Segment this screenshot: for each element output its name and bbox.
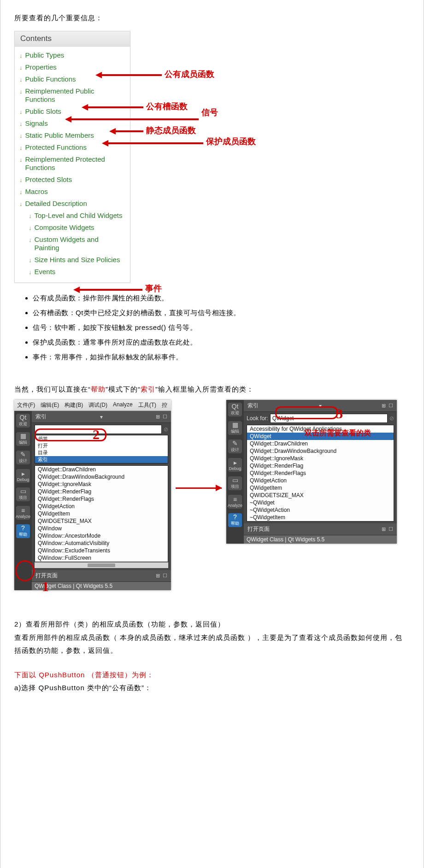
panel-title: 索引 — [247, 402, 259, 410]
down-arrow-icon: ↓ — [19, 176, 23, 184]
mode-sidebar[interactable]: Qt欢迎▦编辑✎设计▸Debug▭项目≡Analyze?帮助 — [226, 400, 244, 544]
contents-item[interactable]: ↓Public Types — [18, 49, 126, 61]
mp-a: 当然，我们可以直接在“ — [14, 385, 91, 393]
sidebar-mode-button[interactable]: ▦编辑 — [228, 421, 242, 435]
list-item[interactable]: ~QWidgetItem — [247, 514, 394, 521]
index-list[interactable]: Accessibility for QWidget Applications Q… — [247, 425, 394, 522]
list-item[interactable]: QWidgetAction — [35, 503, 168, 510]
list-item[interactable]: QWidget::IgnoreMask — [247, 455, 394, 462]
contents-item[interactable]: ↓Reimplemented Protected Functions — [18, 153, 126, 174]
red-ellipse-lookfor — [275, 406, 338, 419]
list-item[interactable]: QWIDGETSIZE_MAX — [247, 492, 394, 499]
close-panel-icon[interactable]: ☐ — [389, 403, 393, 409]
list-item[interactable]: QWidgetItem — [247, 484, 394, 492]
contents-item-label: Properties — [25, 63, 57, 71]
arrow-head-icon — [102, 140, 108, 147]
list-item[interactable]: QWindow::FullScreen — [35, 554, 168, 562]
list-item[interactable]: ~QWidget — [247, 499, 394, 506]
list-item[interactable]: QWidget::RenderFlag — [247, 462, 394, 469]
annotation-events: 事件 — [145, 283, 162, 294]
intro-text: 所要查看的几个重要信息： — [14, 14, 410, 23]
menu-item[interactable]: 文件(F) — [17, 401, 35, 409]
qt-screenshots-row: 文件(F)编辑(E)构建(B)调试(D)Analyze工具(T)控 Qt欢迎▦编… — [14, 400, 410, 590]
mode-icon: ▭ — [20, 488, 26, 494]
close-panel-icon[interactable]: ☐ — [163, 573, 167, 579]
down-arrow-icon: ↓ — [29, 212, 32, 220]
clear-icon[interactable]: ⊘ — [389, 415, 394, 422]
menu-item[interactable]: 构建(B) — [65, 401, 83, 409]
sidebar-mode-button[interactable]: ▦编辑 — [16, 432, 30, 446]
list-item[interactable]: QWidget::DrawChildren — [35, 466, 168, 473]
contents-item-label: Protected Slots — [25, 176, 72, 184]
split-icon[interactable]: ⊞ — [382, 526, 386, 532]
sidebar-mode-button[interactable]: ?帮助 — [16, 524, 30, 538]
dropdown-option[interactable]: 打开 — [35, 442, 168, 449]
contents-item[interactable]: ↓Composite Widgets — [18, 222, 126, 234]
split-icon[interactable]: ⊞ — [156, 414, 160, 420]
contents-item-label: Custom Widgets and Painting — [35, 235, 126, 252]
menu-item[interactable]: Analyze — [113, 401, 133, 409]
open-page-item[interactable]: QWidget Class | Qt Widgets 5.5 — [32, 582, 171, 590]
open-pages-header[interactable]: 打开页面 ⊞☐ — [32, 570, 171, 582]
list-item[interactable]: QWindow — [35, 525, 168, 532]
sidebar-mode-button[interactable]: ▸Debug — [228, 458, 242, 472]
menu-item[interactable]: 调试(D) — [88, 401, 107, 409]
sidebar-mode-button[interactable]: ▭项目 — [16, 487, 30, 501]
dropdown-option-selected[interactable]: 索引 — [35, 456, 168, 463]
dropdown-option[interactable]: 目录 — [35, 449, 168, 456]
index-list[interactable]: QWidget::DrawChildrenQWidget::DrawWindow… — [35, 465, 168, 562]
list-item[interactable]: QWidgetAction — [247, 477, 394, 484]
contents-item[interactable]: ↓Detailed Description — [18, 198, 126, 210]
contents-item[interactable]: ↓Top-Level and Child Widgets — [18, 210, 126, 222]
sidebar-mode-button[interactable]: ✎设计 — [16, 451, 30, 464]
list-item[interactable]: QWidget::DrawWindowBackground — [247, 447, 394, 455]
list-item[interactable]: QWidget::RenderFlags — [247, 469, 394, 477]
contents-with-annotations: Contents ↓Public Types↓Properties↓Public… — [14, 31, 410, 283]
sidebar-mode-button[interactable]: ≡Analyze — [228, 495, 242, 509]
close-panel-icon[interactable]: ☐ — [389, 526, 393, 532]
menu-item[interactable]: 编辑(E) — [41, 401, 59, 409]
list-item[interactable]: QWindow::AncestorMode — [35, 532, 168, 540]
sidebar-mode-button[interactable]: ≡Analyze — [16, 506, 30, 520]
list-item[interactable]: ~QWidgetAction — [247, 506, 394, 514]
contents-item[interactable]: ↓Size Hints and Size Policies — [18, 254, 126, 266]
clear-icon[interactable]: ⊘ — [164, 426, 168, 433]
index-panel-header[interactable]: 索引 ▾ ⊞☐ — [32, 411, 171, 423]
sidebar-mode-button[interactable]: ▸Debug — [16, 469, 30, 483]
split-icon[interactable]: ⊞ — [156, 573, 160, 579]
list-item[interactable]: QWidget::IgnoreMask — [35, 481, 168, 488]
list-item[interactable]: QWidget::DrawChildren — [247, 440, 394, 447]
sidebar-mode-button[interactable]: Qt欢迎 — [228, 403, 242, 416]
open-pages-header[interactable]: 打开页面 ⊞☐ — [244, 523, 397, 535]
menu-item[interactable]: 控 — [162, 401, 167, 409]
list-item[interactable]: QWidget::RenderFlag — [35, 488, 168, 495]
contents-item[interactable]: ↓Reimplemented Public Functions — [18, 85, 126, 106]
contents-item[interactable]: ↓Protected Slots — [18, 174, 126, 186]
sidebar-mode-button[interactable]: Qt欢迎 — [16, 414, 30, 428]
contents-item[interactable]: ↓Events — [18, 266, 126, 278]
horizontal-scrollbar[interactable] — [35, 562, 168, 568]
contents-item[interactable]: ↓Macros — [18, 186, 126, 198]
sidebar-mode-button[interactable]: ?帮助 — [228, 513, 242, 527]
contents-item-label: Signals — [25, 119, 48, 128]
sidebar-mode-button[interactable]: ✎设计 — [228, 440, 242, 453]
list-item[interactable]: QWindow::ExcludeTransients — [35, 547, 168, 554]
down-arrow-icon: ↓ — [29, 224, 32, 232]
split-icon[interactable]: ⊞ — [382, 403, 386, 409]
list-item[interactable]: QWindow::AutomaticVisibility — [35, 540, 168, 547]
mode-label: 欢迎 — [19, 421, 27, 427]
open-page-item[interactable]: QWidget Class | Qt Widgets 5.5 — [244, 535, 397, 544]
menubar[interactable]: 文件(F)编辑(E)构建(B)调试(D)Analyze工具(T)控 — [14, 400, 171, 411]
contents-item[interactable]: ↓Properties — [18, 61, 126, 73]
list-item[interactable]: QWidgetItem — [35, 510, 168, 517]
list-item[interactable]: QWidget::RenderFlags — [35, 495, 168, 503]
contents-item-label: Public Functions — [25, 75, 76, 83]
sidebar-mode-button[interactable]: ▭项目 — [228, 476, 242, 490]
list-item[interactable]: QWidget::DrawWindowBackground — [35, 473, 168, 481]
scrollbar-thumb[interactable] — [88, 563, 115, 567]
dropdown-icon[interactable]: ▾ — [100, 414, 103, 420]
close-panel-icon[interactable]: ☐ — [163, 414, 167, 420]
contents-item[interactable]: ↓Custom Widgets and Painting — [18, 234, 126, 254]
list-item[interactable]: QWIDGETSIZE_MAX — [35, 517, 168, 525]
menu-item[interactable]: 工具(T) — [138, 401, 156, 409]
